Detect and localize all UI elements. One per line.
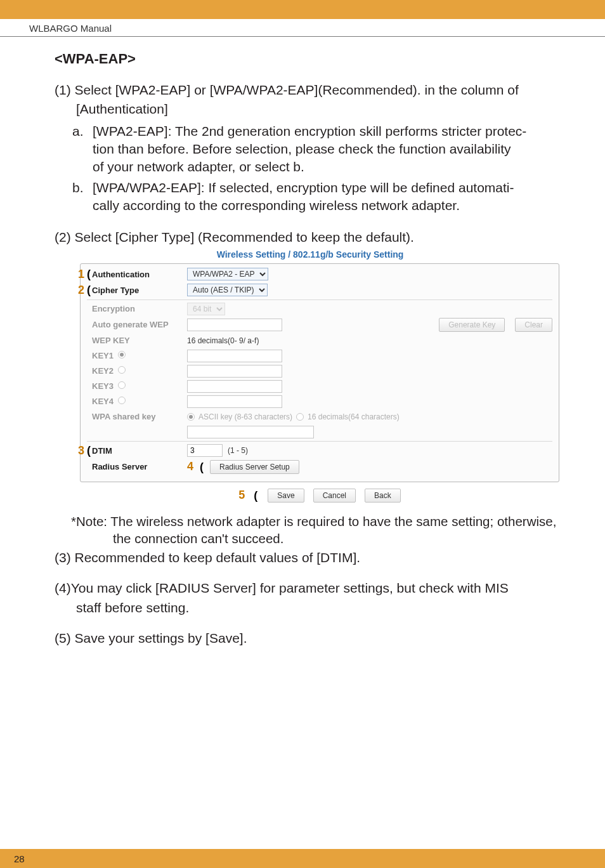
wpa-ascii-text: ASCII key (8-63 characters) bbox=[198, 412, 292, 421]
btn-cancel[interactable]: Cancel bbox=[313, 489, 356, 503]
input-key4 bbox=[187, 395, 282, 408]
callout-4: 4 bbox=[187, 460, 193, 473]
input-autowep bbox=[187, 319, 282, 331]
note-l2: the connection can't succeed. bbox=[55, 530, 566, 548]
lbl-auth: Authentication bbox=[92, 270, 187, 279]
radio-key2 bbox=[118, 366, 126, 374]
input-wpashared bbox=[187, 426, 314, 438]
wepkey-hint: 16 decimals(0- 9/ a-f) bbox=[187, 336, 259, 345]
s1a-l3: of your network adapter, or select b. bbox=[93, 158, 566, 176]
callout-3: 3 bbox=[73, 444, 84, 457]
bullet-a: a. bbox=[72, 122, 93, 176]
lbl-autowep: Auto generate WEP bbox=[92, 320, 187, 329]
step5: (5) Save your settings by [Save]. bbox=[55, 629, 566, 647]
radio-wpa-ascii bbox=[187, 413, 195, 421]
step2: (2) Select [Cipher Type] (Recommended to… bbox=[55, 228, 566, 246]
select-cipher[interactable]: Auto (AES / TKIP) bbox=[187, 284, 268, 296]
lbl-key4: KEY4 bbox=[92, 397, 187, 406]
radio-wpa-hex bbox=[296, 413, 304, 421]
step4-l1: (4)You may click [RADIUS Server] for par… bbox=[55, 579, 566, 597]
s1b-l2: cally according to the corresponding wir… bbox=[93, 197, 566, 214]
btn-radius-setup[interactable]: Radius Server Setup bbox=[210, 460, 299, 474]
note-l1: *Note: The wireless network adapter is r… bbox=[55, 513, 566, 530]
lbl-cipher: Cipher Type bbox=[92, 286, 187, 295]
input-key2 bbox=[187, 365, 282, 378]
input-key3 bbox=[187, 380, 282, 393]
lbl-radius: Radius Server bbox=[92, 462, 187, 471]
lbl-wpashared: WPA shared key bbox=[92, 412, 187, 421]
radio-key3 bbox=[118, 381, 126, 389]
wpa-hex-text: 16 decimals(64 characters) bbox=[308, 412, 400, 421]
btn-generate-key: Generate Key bbox=[439, 318, 505, 332]
manual-title: WLBARGO Manual bbox=[29, 23, 112, 34]
s1a-l1: [WPA2-EAP]: The 2nd generation encryptio… bbox=[93, 122, 566, 140]
btn-clear: Clear bbox=[515, 318, 552, 332]
lbl-dtim: DTIM bbox=[92, 446, 187, 456]
dtim-range: (1 - 5) bbox=[228, 446, 248, 455]
btn-back[interactable]: Back bbox=[365, 489, 401, 503]
page-content: <WPA-EAP> (1) Select [WPA2-EAP] or [WPA/… bbox=[0, 37, 605, 647]
lbl-key1: KEY1 bbox=[92, 351, 187, 360]
page-header: WLBARGO Manual bbox=[0, 19, 605, 37]
btn-save[interactable]: Save bbox=[268, 489, 304, 503]
step1-line2: [Authentication] bbox=[55, 100, 566, 118]
s1a-l2: tion than before. Before selection, plea… bbox=[93, 140, 566, 158]
callout-2: 2 bbox=[73, 284, 84, 297]
page-number: 28 bbox=[0, 853, 25, 864]
footer-band: 28 bbox=[0, 849, 605, 868]
lbl-wepkey: WEP KEY bbox=[92, 336, 187, 345]
bullet-b: b. bbox=[72, 179, 93, 215]
figure-title: Wireless Setting / 802.11g/b Security Se… bbox=[55, 249, 566, 260]
step4-l2: staff before setting. bbox=[55, 599, 566, 617]
lbl-key2: KEY2 bbox=[92, 366, 187, 376]
callout-1: 1 bbox=[73, 268, 84, 281]
step1-line1: (1) Select [WPA2-EAP] or [WPA/WPA2-EAP](… bbox=[55, 81, 566, 99]
input-key1 bbox=[187, 350, 282, 362]
radio-key1 bbox=[118, 351, 126, 358]
select-auth[interactable]: WPA/WPA2 - EAP bbox=[187, 268, 268, 280]
settings-panel: 1( Authentication WPA/WPA2 - EAP 2( Ciph… bbox=[80, 263, 559, 482]
callout-5: 5 bbox=[238, 489, 245, 502]
lbl-encryption: Encryption bbox=[92, 304, 187, 313]
radio-key4 bbox=[118, 397, 126, 404]
lbl-key3: KEY3 bbox=[92, 381, 187, 391]
step3: (3) Recommended to keep default values o… bbox=[55, 549, 566, 567]
s1b-l1: [WPA/WPA2-EAP]: If selected, encryption … bbox=[93, 179, 566, 197]
top-orange-band bbox=[0, 0, 605, 19]
section-title: <WPA-EAP> bbox=[55, 51, 566, 67]
select-encryption: 64 bit bbox=[187, 303, 225, 315]
input-dtim[interactable] bbox=[187, 444, 223, 457]
